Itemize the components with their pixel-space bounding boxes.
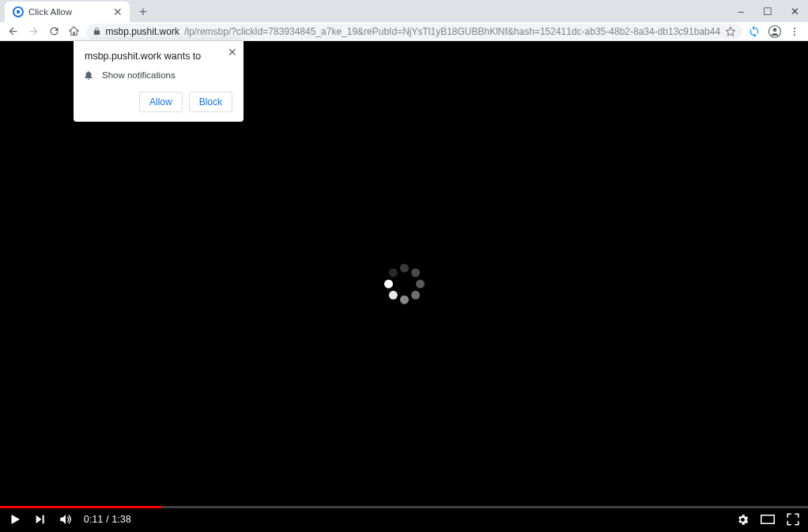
- svg-point-3: [772, 28, 776, 32]
- window-maximize-button[interactable]: ☐: [754, 0, 781, 22]
- theater-mode-icon[interactable]: [761, 512, 775, 526]
- nav-forward-button[interactable]: [25, 23, 43, 40]
- lock-icon: [93, 27, 101, 36]
- video-time: 0:11 / 1:38: [84, 514, 131, 525]
- video-duration: 1:38: [111, 514, 131, 525]
- nav-home-button[interactable]: [66, 23, 83, 40]
- bookmark-star-icon[interactable]: [725, 26, 736, 37]
- browser-titlebar: Click Allow ✕ + – ☐ ✕: [0, 0, 808, 22]
- url-host: msbp.pushit.work: [106, 26, 179, 37]
- address-bar[interactable]: msbp.pushit.work/lp/remsbp/?clickId=7839…: [86, 24, 743, 40]
- svg-point-5: [794, 30, 795, 32]
- permission-item: Show notifications: [83, 70, 232, 81]
- permission-allow-button[interactable]: Allow: [139, 92, 183, 112]
- permission-item-label: Show notifications: [102, 70, 176, 80]
- window-controls: – ☐ ✕: [727, 0, 808, 22]
- permission-close-button[interactable]: ✕: [228, 46, 237, 58]
- volume-button[interactable]: [59, 512, 73, 526]
- fullscreen-icon[interactable]: [786, 512, 800, 526]
- settings-gear-icon[interactable]: [735, 512, 749, 526]
- svg-rect-7: [43, 515, 44, 524]
- svg-point-1: [17, 10, 20, 13]
- play-button[interactable]: [8, 512, 22, 526]
- video-controls: 0:11 / 1:38: [0, 507, 808, 532]
- nav-reload-button[interactable]: [45, 23, 62, 40]
- newtab-button[interactable]: +: [133, 2, 153, 22]
- bell-icon: [83, 70, 94, 81]
- next-button[interactable]: [33, 512, 47, 526]
- browser-tab[interactable]: Click Allow ✕: [5, 2, 130, 22]
- loading-spinner-icon: [382, 262, 426, 306]
- tab-close-button[interactable]: ✕: [112, 6, 123, 17]
- url-path: /lp/remsbp/?clickId=783934845_a7ke_19&re…: [184, 26, 720, 37]
- profile-avatar-icon[interactable]: [766, 23, 783, 40]
- permission-block-button[interactable]: Block: [189, 92, 232, 112]
- svg-rect-8: [761, 515, 775, 524]
- browser-menu-button[interactable]: [786, 23, 803, 40]
- browser-toolbar: msbp.pushit.work/lp/remsbp/?clickId=7839…: [0, 22, 808, 41]
- tab-title: Click Allow: [28, 7, 108, 17]
- extension-sync-icon[interactable]: [746, 23, 763, 40]
- video-current-time: 0:11: [84, 514, 104, 525]
- window-minimize-button[interactable]: –: [727, 0, 754, 22]
- svg-point-6: [794, 34, 795, 36]
- window-close-button[interactable]: ✕: [781, 0, 808, 22]
- notification-permission-prompt: ✕ msbp.pushit.work wants to Show notific…: [74, 41, 244, 122]
- tab-favicon-icon: [13, 6, 24, 17]
- permission-title: msbp.pushit.work wants to: [85, 51, 232, 62]
- svg-point-4: [794, 27, 795, 28]
- nav-back-button[interactable]: [5, 23, 22, 40]
